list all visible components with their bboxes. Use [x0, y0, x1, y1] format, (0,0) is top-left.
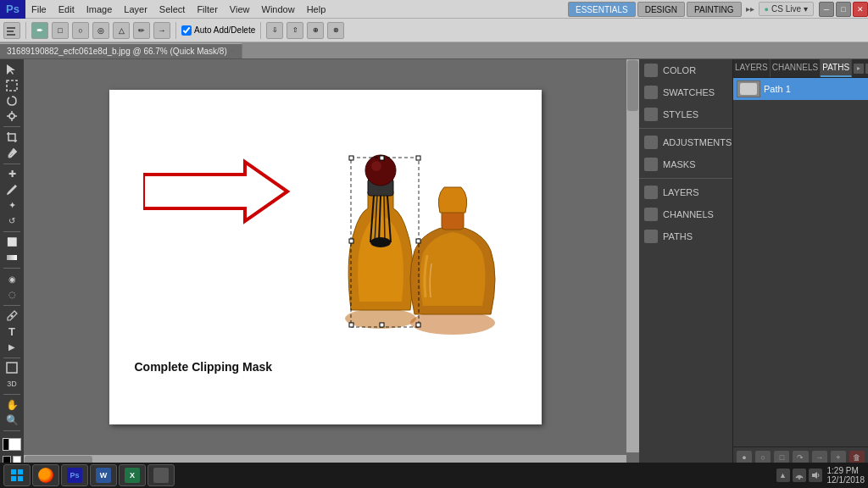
menu-window[interactable]: Window — [256, 0, 301, 19]
panel-color[interactable]: COLOR — [639, 59, 732, 81]
document-tab[interactable]: 31689190882_ecfc061e8d_b.jpg @ 66.7% (Qu… — [0, 43, 242, 58]
tool-shape[interactable] — [2, 361, 22, 374]
menu-select[interactable]: Select — [153, 0, 192, 19]
option-extra-2[interactable]: ⇧ — [287, 22, 303, 39]
photoshop-taskbar-icon: Ps — [67, 468, 82, 483]
taskbar-excel[interactable]: X — [119, 464, 146, 486]
foreground-background-colors[interactable] — [3, 438, 21, 451]
excel-icon: X — [125, 468, 140, 483]
panel-layers[interactable]: LAYERS — [639, 181, 732, 203]
pen-path-option[interactable]: ✏ — [133, 22, 150, 39]
tool-lasso[interactable] — [2, 94, 22, 108]
tool-crop[interactable] — [2, 130, 22, 144]
tool-zoom[interactable]: 🔍 — [2, 413, 22, 427]
right-panel: COLOR SWATCHES STYLES ADJUSTMENTS MASKS … — [639, 59, 732, 468]
panel-swatches[interactable]: SWATCHES — [639, 81, 732, 103]
panel-paths[interactable]: PATHS — [639, 225, 732, 247]
tool-magic-wand[interactable] — [2, 109, 22, 123]
tool-history-brush[interactable]: ↺ — [2, 214, 22, 228]
tool-eraser[interactable]: ⬜ — [2, 236, 22, 249]
option-extra-1[interactable]: ⇩ — [266, 22, 283, 39]
tool-gradient[interactable] — [2, 251, 22, 264]
panel-styles[interactable]: STYLES — [639, 103, 732, 125]
shape-option-round[interactable]: ○ — [72, 22, 89, 39]
workspace-painting[interactable]: PAINTING — [687, 2, 741, 17]
taskbar-app5[interactable] — [147, 464, 175, 486]
tool-hand[interactable]: ✋ — [2, 398, 22, 412]
menu-filter[interactable]: Filter — [191, 0, 223, 19]
volume-icon[interactable] — [809, 469, 822, 482]
path-item-path1[interactable]: Path 1 — [733, 78, 868, 100]
panel-channels[interactable]: CHANNELS — [639, 203, 732, 225]
tray-icon-1[interactable]: ▲ — [776, 469, 790, 482]
toolbar-sep-2 — [3, 164, 20, 164]
panel-adjustments[interactable]: ADJUSTMENTS — [639, 131, 732, 153]
shape-option-elipse[interactable]: ◎ — [92, 22, 109, 39]
maximize-button[interactable]: □ — [836, 2, 851, 17]
vertical-scroll-thumb[interactable] — [627, 60, 638, 111]
tool-clone-stamp[interactable]: ✦ — [2, 198, 22, 212]
background-color[interactable] — [8, 438, 21, 451]
network-icon[interactable] — [793, 469, 806, 482]
tab-filename: 31689190882_ecfc061e8d_b.jpg @ 66.7% (Qu… — [7, 44, 227, 59]
taskbar: Ps W X ▲ 1:29 PM 12/1/2018 — [0, 463, 868, 488]
workspace-design[interactable]: DESIGN — [637, 2, 685, 17]
tool-pen[interactable] — [2, 308, 22, 322]
tool-eyedropper[interactable] — [2, 146, 22, 159]
panel-separator-2 — [639, 178, 732, 179]
option-extra-4[interactable]: ⊗ — [327, 22, 344, 39]
taskbar-photoshop[interactable]: Ps — [61, 464, 88, 486]
tool-path-selection[interactable]: ▶ — [2, 340, 22, 353]
menu-layer[interactable]: Layer — [118, 0, 153, 19]
tool-3d[interactable]: 3D — [2, 377, 22, 391]
menu-file[interactable]: File — [25, 0, 53, 19]
svg-marker-3 — [7, 64, 15, 75]
taskbar-word[interactable]: W — [90, 464, 117, 486]
tool-dodge[interactable]: ◌ — [2, 287, 22, 301]
panel-adjustments-label: ADJUSTMENTS — [663, 137, 732, 147]
svg-point-9 — [9, 114, 14, 119]
close-button[interactable]: ✕ — [853, 2, 868, 17]
vertical-scrollbar[interactable] — [626, 59, 639, 452]
cs-live-button[interactable]: ● CS Live ▾ — [759, 2, 814, 16]
panel-separator-1 — [639, 128, 732, 129]
menu-edit[interactable]: Edit — [53, 0, 81, 19]
tool-type[interactable]: T — [2, 324, 22, 338]
tool-selection[interactable] — [2, 78, 22, 92]
shape-option-poly[interactable]: △ — [113, 22, 130, 39]
menu-help[interactable]: Help — [301, 0, 332, 19]
option-extra-3[interactable]: ⊕ — [307, 22, 324, 39]
tool-healing[interactable]: ✚ — [2, 168, 22, 181]
panel-styles-label: STYLES — [663, 109, 698, 119]
menu-image[interactable]: Image — [81, 0, 119, 19]
svg-marker-14 — [143, 162, 287, 221]
tool-blur[interactable]: ◉ — [2, 272, 22, 286]
panel-menu-button[interactable]: ▸ — [854, 64, 864, 74]
svg-rect-37 — [18, 469, 23, 474]
path-thumb-image — [740, 83, 757, 95]
layers-tab[interactable]: LAYERS — [733, 59, 771, 77]
panel-masks[interactable]: MASKS — [639, 153, 732, 175]
menu-view[interactable]: View — [224, 0, 256, 19]
minimize-button[interactable]: ─ — [819, 2, 834, 17]
tool-brush[interactable] — [2, 183, 22, 197]
shape-option-arrow[interactable]: → — [153, 22, 170, 39]
channels-panel-icon — [644, 208, 658, 221]
workspace-essentials[interactable]: ESSENTIALS — [568, 2, 636, 17]
auto-add-delete-option[interactable]: Auto Add/Delete — [181, 25, 255, 36]
tool-arrow[interactable] — [2, 63, 22, 76]
toolbar-sep-3 — [3, 231, 20, 232]
auto-add-delete-label: Auto Add/Delete — [194, 25, 255, 35]
start-button[interactable] — [3, 464, 31, 486]
taskbar-firefox[interactable] — [32, 464, 59, 486]
svg-rect-36 — [11, 469, 16, 474]
tab-close-button[interactable]: × — [231, 44, 235, 59]
svg-rect-0 — [7, 27, 15, 29]
paths-tab[interactable]: PATHS — [821, 59, 852, 77]
shape-option-rect[interactable]: □ — [52, 22, 69, 39]
pen-tool-option[interactable]: ✒ — [31, 22, 48, 39]
layers-channels-paths-tabs: LAYERS CHANNELS PATHS ▸ ≡ — [733, 59, 868, 78]
tool-preset-picker[interactable] — [3, 22, 20, 39]
channels-tab[interactable]: CHANNELS — [771, 59, 821, 77]
auto-add-delete-checkbox[interactable] — [181, 25, 192, 36]
